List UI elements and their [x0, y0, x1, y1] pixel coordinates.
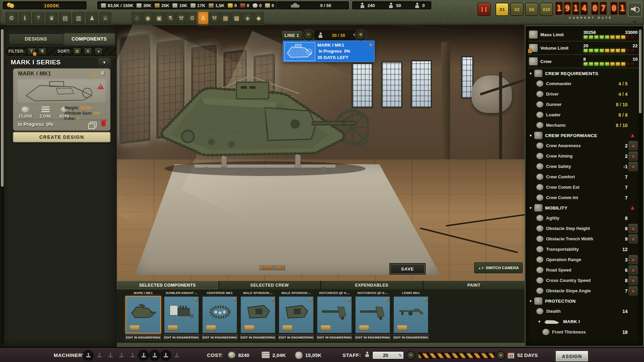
- info-icon[interactable]: ℹ: [19, 12, 31, 24]
- chevron-down-icon[interactable]: ▼: [529, 206, 532, 210]
- create-design-button[interactable]: CREATE DESIGN: [13, 132, 111, 142]
- subsection-mark-i[interactable]: ▼MARK I: [528, 316, 639, 327]
- filter-type-button[interactable]: T: [28, 48, 36, 55]
- help-icon[interactable]: ?: [32, 12, 44, 24]
- tank-defense-icon[interactable]: ◈: [242, 12, 253, 24]
- sort-cost-button[interactable]: ●: [95, 48, 103, 55]
- warning-button[interactable]: [629, 162, 638, 171]
- speed-button-x2[interactable]: X2: [510, 3, 524, 16]
- repair-icon[interactable]: ⚙: [187, 12, 198, 24]
- stats-scrollbar[interactable]: [639, 28, 642, 343]
- switch-camera-button[interactable]: ▲▼ SWITCH CAMERA: [474, 262, 523, 273]
- edit-in-engineering-button[interactable]: EDIT IN ENGINEERING: [278, 334, 314, 341]
- filter-blueprint-button[interactable]: ⚗: [38, 48, 46, 55]
- construction-icon[interactable]: ⚒: [209, 12, 220, 24]
- tank-3d-model[interactable]: [154, 69, 369, 179]
- market-icon[interactable]: ▣: [154, 12, 164, 24]
- drill-press-icon[interactable]: [83, 350, 93, 360]
- speed-button-x1[interactable]: X1: [495, 3, 509, 16]
- assign-button[interactable]: ASSIGN: [555, 350, 589, 362]
- factory-viewport[interactable]: LINE 1 − 30 / 30 ✎ + MARK I MK1 In Progr…: [117, 25, 525, 281]
- section-mobility[interactable]: ▼MOBILITY: [528, 203, 639, 213]
- component-card-8[interactable]: LEWIS MK1×EDIT IN ENGINEERING: [393, 291, 429, 341]
- edit-in-engineering-button[interactable]: EDIT IN ENGINEERING: [355, 334, 390, 341]
- edit-in-engineering-button[interactable]: EDIT IN ENGINEERING: [164, 334, 199, 341]
- edit-in-engineering-button[interactable]: EDIT IN ENGINEERING: [393, 334, 429, 341]
- chevron-down-icon[interactable]: ▼: [529, 299, 532, 303]
- settings-icon[interactable]: ⚙: [5, 12, 17, 24]
- close-icon[interactable]: ×: [369, 42, 372, 48]
- section-protection[interactable]: ▼PROTECTION: [528, 296, 639, 306]
- warning-button[interactable]: [629, 234, 638, 243]
- header-collapse-icon[interactable]: [632, 21, 637, 24]
- components-icon[interactable]: ▦: [220, 12, 231, 24]
- factory-icon[interactable]: ⌂: [131, 12, 142, 24]
- forge-icon[interactable]: [94, 350, 104, 360]
- series-collapse-button[interactable]: ▼: [99, 58, 110, 67]
- spring-icon[interactable]: [172, 350, 182, 360]
- news-icon[interactable]: ▤: [59, 12, 71, 24]
- pause-button[interactable]: [477, 3, 491, 16]
- staff-input[interactable]: 20 ✎: [372, 351, 404, 360]
- tab-expendables[interactable]: EXPENDABLES: [321, 281, 423, 289]
- section-crew-requirements[interactable]: ▼CREW REQUIREMENTS: [528, 68, 639, 78]
- production-queue-card[interactable]: MARK I MK1 In Progress 0% 35 DAYS LEFT ×: [283, 41, 375, 62]
- design-card[interactable]: MARK I MK1 0 15,05K 2,04K 8240: [13, 68, 111, 131]
- warning-button[interactable]: [629, 276, 638, 285]
- series-header[interactable]: MARK I SERIES ▼: [5, 58, 112, 67]
- warning-button[interactable]: [629, 286, 638, 295]
- tank-armor-icon[interactable]: ◆: [253, 12, 264, 24]
- warning-button[interactable]: [629, 152, 638, 161]
- reports-icon[interactable]: ▥: [72, 12, 85, 24]
- design-icon[interactable]: ♙: [198, 12, 209, 24]
- tab-paint[interactable]: PAINT: [423, 281, 525, 289]
- component-card-6[interactable]: HOTCHKISS QF 6-...×EDIT IN ENGINEERING: [317, 291, 352, 341]
- delete-design-icon[interactable]: [101, 121, 106, 126]
- press-brake-icon[interactable]: [105, 350, 115, 360]
- staff-increase-button[interactable]: +: [496, 351, 505, 360]
- component-card-4[interactable]: MALE SPONSON ...×EDIT IN ENGINEERING: [240, 291, 276, 341]
- warning-button[interactable]: [629, 141, 638, 150]
- casting-icon[interactable]: [127, 350, 138, 360]
- announcements-button[interactable]: [628, 3, 642, 17]
- tab-selected-components[interactable]: SELECTED COMPONENTS: [117, 281, 218, 289]
- component-card-1[interactable]: MARK I MK1EDIT IN ENGINEERING: [125, 291, 161, 341]
- speed-button-x5[interactable]: X5: [525, 3, 538, 16]
- staff-decrease-button[interactable]: −: [407, 351, 415, 360]
- edit-pencil-icon[interactable]: ✎: [398, 353, 402, 358]
- tab-designs[interactable]: DESIGNS: [9, 34, 63, 44]
- chevron-down-icon[interactable]: ▼: [529, 72, 532, 75]
- tank-production-icon[interactable]: ▩: [231, 12, 242, 24]
- component-card-7[interactable]: HOTCHKISS QF 6-...×EDIT IN ENGINEERING: [355, 291, 390, 341]
- edit-in-engineering-button[interactable]: EDIT IN ENGINEERING: [202, 334, 237, 341]
- chevron-down-icon[interactable]: ▼: [538, 320, 541, 323]
- warning-button[interactable]: [629, 255, 638, 264]
- left-scrollbar[interactable]: [1, 28, 4, 344]
- save-button[interactable]: SAVE: [390, 264, 425, 274]
- sort-alpha-button[interactable]: A: [84, 48, 92, 55]
- welding-icon[interactable]: [116, 350, 126, 360]
- speed-button-x10[interactable]: X10: [540, 3, 553, 16]
- workshop-icon[interactable]: ⚒: [176, 12, 186, 24]
- edit-in-engineering-button[interactable]: EDIT IN ENGINEERING: [125, 334, 161, 341]
- tab-components[interactable]: COMPONENTS: [64, 34, 115, 44]
- saw-icon[interactable]: [161, 350, 171, 360]
- component-card-3[interactable]: CENTIPEDE MK1×EDIT IN ENGINEERING: [202, 291, 237, 341]
- bolt-icon[interactable]: [139, 350, 149, 360]
- personnel-icon[interactable]: ♟: [86, 12, 98, 24]
- boring-icon[interactable]: [150, 350, 160, 360]
- military-icon[interactable]: ⚔: [99, 12, 111, 24]
- world-icon[interactable]: ◉: [143, 12, 153, 24]
- achievements-icon[interactable]: ♛: [46, 12, 58, 24]
- section-crew-performance[interactable]: ▼CREW PERFORMANCE: [528, 130, 639, 140]
- copy-design-icon[interactable]: [90, 122, 97, 127]
- warning-button[interactable]: [629, 265, 638, 275]
- component-card-5[interactable]: MALE SPONSON ...×EDIT IN ENGINEERING: [278, 291, 314, 341]
- left-scrollbar-thumb[interactable]: [1, 29, 4, 187]
- edit-in-engineering-button[interactable]: EDIT IN ENGINEERING: [240, 334, 276, 341]
- research-icon[interactable]: ⚗: [165, 12, 175, 24]
- line-add-button[interactable]: +: [356, 30, 366, 41]
- warning-button[interactable]: [629, 224, 638, 233]
- chevron-down-icon[interactable]: ▼: [529, 134, 532, 137]
- sort-weight-button[interactable]: ⚖: [73, 48, 81, 55]
